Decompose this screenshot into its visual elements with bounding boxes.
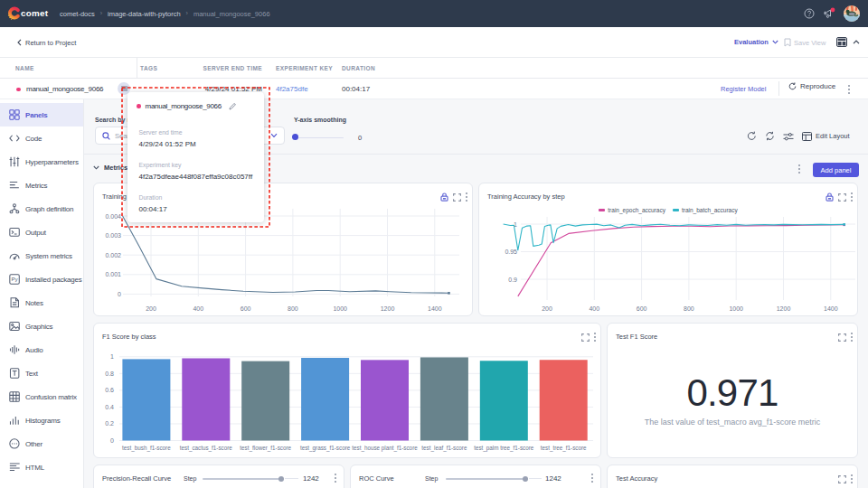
breadcrumb-workspace[interactable]: comet-docs xyxy=(60,10,95,18)
svg-text:200: 200 xyxy=(542,305,552,312)
save-view-button[interactable]: Save View xyxy=(784,38,826,47)
sidebar-item-graphics[interactable]: Graphics xyxy=(0,314,83,338)
section-collapse-icon[interactable] xyxy=(93,165,99,170)
sidebar-item-metrics[interactable]: Metrics xyxy=(0,174,83,197)
sidebar-item-output[interactable]: Output xyxy=(0,221,83,244)
svg-text:0.4: 0.4 xyxy=(105,404,114,410)
svg-text:test_bush_f1-score: test_bush_f1-score xyxy=(122,445,171,452)
metrics-icon xyxy=(9,180,20,191)
experiment-name[interactable]: manual_mongoose_9066 xyxy=(26,85,103,93)
chevron-down-icon xyxy=(772,40,778,44)
add-panel-button[interactable]: Add panel xyxy=(813,163,859,177)
step-slider-knob[interactable] xyxy=(523,476,528,482)
column-name[interactable]: NAME xyxy=(15,65,34,71)
edit-layout-icon xyxy=(802,132,812,141)
smoothing-label: Y-axis smoothing xyxy=(294,117,346,123)
section-kebab-menu[interactable] xyxy=(798,164,800,174)
panel-roc-curve[interactable]: ROC Curve Step 1242 xyxy=(350,465,601,488)
step-slider-track[interactable] xyxy=(446,478,524,480)
brand-wordmark[interactable]: comet xyxy=(21,8,48,18)
svg-text:test_flower_f1-score: test_flower_f1-score xyxy=(240,445,291,452)
sidebar-item-installed-packages[interactable]: PyInstalled packages xyxy=(0,267,83,291)
panel-kebab-menu[interactable] xyxy=(851,474,853,483)
sidebar-item-graph-definition[interactable]: Graph definition xyxy=(0,197,83,221)
view-selector-label: Evaluation xyxy=(734,38,769,46)
sidebar-item-confusion-matrix[interactable]: Confusion matrix xyxy=(0,385,83,408)
register-model-link[interactable]: Register Model xyxy=(721,85,766,93)
panel-kebab-menu[interactable] xyxy=(851,333,853,342)
reproduce-button[interactable]: Reproduce xyxy=(788,82,835,90)
sidebar-item-text[interactable]: Text xyxy=(0,361,83,385)
expand-icon[interactable] xyxy=(838,475,846,483)
f1-score-bar-chart[interactable]: 00.20.40.60.81test_bush_f1-scoretest_cac… xyxy=(94,324,602,459)
sidebar-item-code[interactable]: Code xyxy=(0,127,83,150)
sidebar-item-audio[interactable]: Audio xyxy=(0,338,83,361)
edit-layout-button[interactable]: Edit Layout xyxy=(802,132,850,141)
installed-packages-icon: Py xyxy=(9,274,20,285)
row-kebab-menu[interactable] xyxy=(848,85,850,94)
return-to-project-link[interactable]: Return to Project xyxy=(17,27,76,58)
refresh-icon[interactable] xyxy=(747,131,757,141)
sidebar-item-hyperparameters[interactable]: Hyperparameters xyxy=(0,150,83,174)
step-slider-track[interactable] xyxy=(203,478,282,480)
code-icon xyxy=(9,133,20,144)
edit-pencil-icon[interactable] xyxy=(229,103,236,110)
panel-kebab-menu[interactable] xyxy=(591,474,593,483)
column-server-end-time[interactable]: SERVER END TIME xyxy=(190,65,262,71)
sidebar-item-label: System metrics xyxy=(25,252,72,260)
sidebar-item-other[interactable]: Other xyxy=(0,432,83,455)
svg-text:600: 600 xyxy=(637,305,647,312)
column-tags[interactable]: TAGS xyxy=(140,65,157,71)
svg-text:400: 400 xyxy=(589,305,599,312)
sidebar-item-panels[interactable]: Panels xyxy=(0,103,83,127)
auto-refresh-icon[interactable] xyxy=(765,131,775,141)
svg-text:0.001: 0.001 xyxy=(105,271,121,277)
sidebar-item-system-metrics[interactable]: System metrics xyxy=(0,244,83,267)
breadcrumb-project[interactable]: image-data-with-pytorch xyxy=(108,10,180,18)
filter-settings-icon[interactable] xyxy=(783,132,794,141)
help-icon[interactable] xyxy=(804,8,815,19)
svg-text:Py: Py xyxy=(12,276,19,282)
sidebar-item-label: Graphics xyxy=(25,323,52,331)
experiment-key-link[interactable]: 4f2a75dfe xyxy=(276,85,308,93)
system-metrics-icon xyxy=(9,250,20,261)
expand-icon[interactable] xyxy=(838,333,846,342)
training-accuracy-chart[interactable]: 2004006008001000120014000.90.951 xyxy=(479,183,859,317)
svg-text:1000: 1000 xyxy=(333,305,347,312)
bookmark-icon xyxy=(784,38,791,47)
chevron-up-icon[interactable] xyxy=(853,40,860,44)
step-slider-knob[interactable] xyxy=(278,476,284,482)
svg-text:200: 200 xyxy=(146,305,156,312)
svg-text:test_palm tree_f1-score: test_palm tree_f1-score xyxy=(474,445,534,452)
column-experiment-key[interactable]: EXPERIMENT KEY xyxy=(276,65,333,71)
audio-icon xyxy=(9,344,20,355)
column-duration[interactable]: DURATION xyxy=(342,65,375,71)
row-divider xyxy=(778,81,779,96)
smoothing-slider[interactable] xyxy=(292,132,346,143)
slider-track[interactable] xyxy=(296,137,344,139)
panels-layout-icon[interactable] xyxy=(836,37,847,47)
svg-text:0: 0 xyxy=(110,437,114,444)
svg-text:1400: 1400 xyxy=(824,305,838,312)
edit-layout-label: Edit Layout xyxy=(816,132,850,140)
view-selector[interactable]: Evaluation xyxy=(734,38,778,46)
avatar[interactable] xyxy=(844,5,860,22)
popup-experiment-name: manual_mongoose_9066 xyxy=(146,102,222,110)
panel-test-f1-score[interactable]: Test F1 Score 0.971 The last value of te… xyxy=(607,323,858,458)
notification-dot xyxy=(831,8,835,13)
panel-kebab-menu[interactable] xyxy=(335,474,336,483)
sidebar-item-html[interactable]: HTML xyxy=(0,455,83,479)
slider-knob[interactable] xyxy=(292,134,298,140)
whats-new-icon[interactable] xyxy=(823,7,836,20)
hyperparameters-icon xyxy=(9,156,20,167)
search-options-chevron-icon[interactable] xyxy=(270,133,278,138)
sidebar-item-notes[interactable]: Notes xyxy=(0,291,83,314)
metrics-section-header[interactable]: Metrics ( xyxy=(93,164,132,172)
sidebar-item-histograms[interactable]: Histograms xyxy=(0,408,83,432)
comet-logo-icon[interactable] xyxy=(7,6,22,21)
panel-precision-recall[interactable]: Precision-Recall Curve Step 1242 xyxy=(93,465,344,488)
panel-f1-by-class[interactable]: F1 Score by class 00.20.40.60.81test_bus… xyxy=(93,323,601,458)
top-navbar: comet comet-docs › image-data-with-pytor… xyxy=(0,0,868,27)
panel-test-accuracy[interactable]: Test Accuracy xyxy=(607,465,858,488)
panel-training-accuracy[interactable]: Training Accuracy by step train_epoch_ac… xyxy=(478,183,858,316)
